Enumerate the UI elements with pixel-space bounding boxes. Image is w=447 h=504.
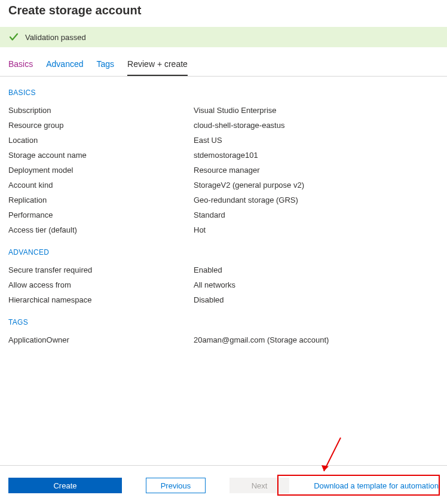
tab-advanced[interactable]: Advanced: [46, 59, 83, 76]
kv-row: PerformanceStandard: [8, 207, 439, 222]
kv-key: Replication: [8, 196, 194, 204]
section-head-basics: BASICS: [8, 88, 439, 97]
kv-val: All networks: [194, 280, 235, 289]
kv-key: Access tier (default): [8, 225, 194, 234]
page-title: Create storage account: [0, 0, 447, 27]
kv-val: Hot: [194, 225, 206, 234]
review-content: BASICS SubscriptionVisual Studio Enterpr…: [0, 77, 447, 347]
section-head-tags: TAGS: [8, 318, 439, 326]
kv-key: Resource group: [8, 121, 194, 130]
previous-button[interactable]: Previous: [146, 478, 206, 493]
download-template-link[interactable]: Download a template for automation: [314, 481, 439, 490]
kv-key: Performance: [8, 210, 194, 219]
kv-val: StorageV2 (general purpose v2): [194, 181, 304, 190]
kv-row: LocationEast US: [8, 133, 439, 148]
kv-row: Secure transfer requiredEnabled: [8, 262, 439, 277]
kv-key: Deployment model: [8, 166, 194, 175]
kv-key: Location: [8, 136, 194, 145]
kv-key: Subscription: [8, 106, 194, 115]
tab-basics[interactable]: Basics: [8, 59, 33, 76]
tab-tags[interactable]: Tags: [97, 59, 115, 76]
checkmark-icon: [8, 32, 19, 42]
kv-key: Secure transfer required: [8, 265, 194, 274]
kv-key: Storage account name: [8, 151, 194, 160]
kv-row: Hierarchical namespaceDisabled: [8, 292, 439, 307]
next-button: Next: [229, 478, 289, 493]
kv-val: Visual Studio Enterprise: [194, 106, 277, 115]
create-button[interactable]: Create: [8, 478, 122, 493]
validation-text: Validation passed: [25, 33, 86, 42]
section-head-advanced: ADVANCED: [8, 248, 439, 256]
kv-row: SubscriptionVisual Studio Enterprise: [8, 103, 439, 118]
kv-row: ApplicationOwner20aman@gmail.com (Storag…: [8, 332, 439, 347]
kv-row: Resource groupcloud-shell-storage-eastus: [8, 118, 439, 133]
kv-row: Allow access fromAll networks: [8, 277, 439, 292]
footer: Create Previous Next Download a template…: [0, 465, 447, 504]
kv-row: ReplicationGeo-redundant storage (GRS): [8, 193, 439, 207]
kv-row: Deployment modelResource manager: [8, 163, 439, 178]
tab-review-create[interactable]: Review + create: [127, 59, 188, 76]
kv-val: cloud-shell-storage-eastus: [194, 121, 284, 130]
kv-row: Storage account namestdemostorage101: [8, 148, 439, 163]
kv-row: Account kindStorageV2 (general purpose v…: [8, 178, 439, 193]
kv-key: Hierarchical namespace: [8, 295, 194, 304]
kv-key: ApplicationOwner: [8, 335, 194, 344]
tabs: Basics Advanced Tags Review + create: [0, 47, 447, 77]
validation-bar: Validation passed: [0, 27, 447, 47]
kv-val: East US: [194, 136, 222, 145]
kv-val: 20aman@gmail.com (Storage account): [194, 335, 329, 344]
kv-val: Disabled: [194, 295, 224, 304]
kv-val: Standard: [194, 210, 225, 219]
kv-val: Geo-redundant storage (GRS): [194, 196, 298, 204]
kv-row: Access tier (default)Hot: [8, 222, 439, 237]
kv-val: Enabled: [194, 265, 222, 274]
kv-val: stdemostorage101: [194, 151, 258, 160]
kv-key: Account kind: [8, 181, 194, 190]
kv-val: Resource manager: [194, 166, 260, 175]
kv-key: Allow access from: [8, 280, 194, 289]
